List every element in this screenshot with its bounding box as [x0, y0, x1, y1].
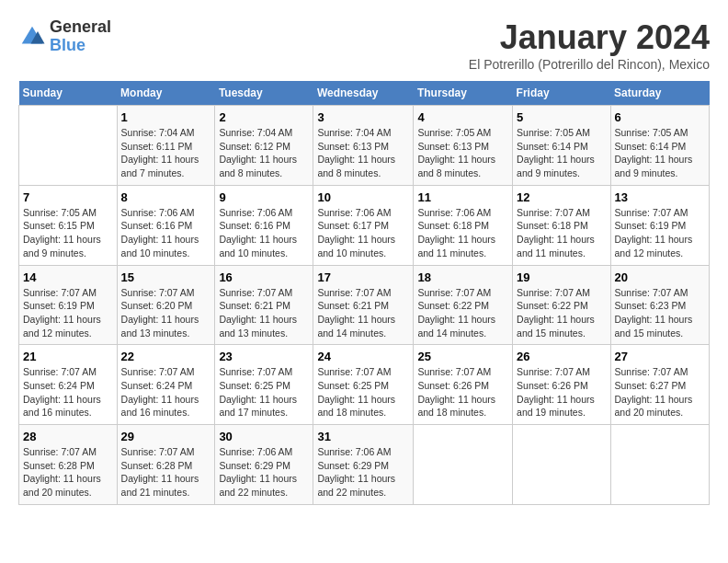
calendar-cell: 24Sunrise: 7:07 AM Sunset: 6:25 PM Dayli… [313, 345, 414, 425]
day-info: Sunrise: 7:05 AM Sunset: 6:14 PM Dayligh… [615, 126, 705, 180]
header-tuesday: Tuesday [215, 81, 313, 106]
logo-text: General Blue [50, 18, 111, 55]
day-info: Sunrise: 7:07 AM Sunset: 6:28 PM Dayligh… [121, 445, 211, 500]
day-number: 17 [317, 270, 409, 284]
day-number: 10 [317, 190, 409, 204]
calendar-cell [19, 106, 118, 186]
calendar-cell: 27Sunrise: 7:07 AM Sunset: 6:27 PM Dayli… [610, 345, 709, 425]
day-info: Sunrise: 7:04 AM Sunset: 6:11 PM Dayligh… [121, 126, 211, 180]
calendar-cell: 11Sunrise: 7:06 AM Sunset: 6:18 PM Dayli… [414, 185, 513, 265]
day-info: Sunrise: 7:06 AM Sunset: 6:29 PM Dayligh… [219, 445, 309, 500]
calendar-cell [610, 425, 709, 505]
calendar-cell: 15Sunrise: 7:07 AM Sunset: 6:20 PM Dayli… [117, 265, 215, 345]
logo: General Blue [18, 18, 111, 55]
calendar-cell [414, 425, 513, 505]
calendar-cell: 12Sunrise: 7:07 AM Sunset: 6:18 PM Dayli… [513, 185, 610, 265]
day-info: Sunrise: 7:07 AM Sunset: 6:25 PM Dayligh… [317, 365, 409, 419]
calendar-cell: 29Sunrise: 7:07 AM Sunset: 6:28 PM Dayli… [117, 425, 215, 505]
day-number: 29 [121, 430, 211, 443]
calendar-cell: 8Sunrise: 7:06 AM Sunset: 6:16 PM Daylig… [117, 185, 215, 265]
week-row-4: 21Sunrise: 7:07 AM Sunset: 6:24 PM Dayli… [19, 345, 710, 425]
day-number: 8 [121, 190, 211, 204]
title-section: January 2024 El Potrerillo (Potrerillo d… [469, 18, 710, 72]
calendar-cell: 9Sunrise: 7:06 AM Sunset: 6:16 PM Daylig… [215, 185, 313, 265]
day-number: 11 [417, 190, 508, 204]
day-number: 26 [517, 350, 606, 363]
day-info: Sunrise: 7:07 AM Sunset: 6:22 PM Dayligh… [417, 286, 508, 340]
logo-blue-text: Blue [50, 37, 111, 55]
calendar-cell: 10Sunrise: 7:06 AM Sunset: 6:17 PM Dayli… [313, 185, 414, 265]
day-info: Sunrise: 7:07 AM Sunset: 6:21 PM Dayligh… [219, 286, 309, 340]
location-subtitle: El Potrerillo (Potrerillo del Rincon), M… [469, 57, 710, 72]
day-info: Sunrise: 7:05 AM Sunset: 6:13 PM Dayligh… [417, 126, 508, 180]
header-row: SundayMondayTuesdayWednesdayThursdayFrid… [19, 81, 710, 106]
day-number: 31 [317, 430, 409, 443]
day-number: 6 [615, 110, 705, 124]
calendar-cell: 26Sunrise: 7:07 AM Sunset: 6:26 PM Dayli… [513, 345, 610, 425]
day-info: Sunrise: 7:07 AM Sunset: 6:26 PM Dayligh… [417, 365, 508, 419]
calendar-cell [513, 425, 610, 505]
day-number: 25 [417, 350, 508, 363]
header-wednesday: Wednesday [313, 81, 414, 106]
day-info: Sunrise: 7:07 AM Sunset: 6:19 PM Dayligh… [23, 286, 113, 340]
day-info: Sunrise: 7:07 AM Sunset: 6:26 PM Dayligh… [517, 365, 606, 419]
header-saturday: Saturday [610, 81, 709, 106]
header-friday: Friday [513, 81, 610, 106]
calendar-cell: 1Sunrise: 7:04 AM Sunset: 6:11 PM Daylig… [117, 106, 215, 186]
day-number: 21 [23, 350, 113, 363]
day-info: Sunrise: 7:06 AM Sunset: 6:16 PM Dayligh… [219, 206, 309, 260]
calendar-cell: 6Sunrise: 7:05 AM Sunset: 6:14 PM Daylig… [610, 106, 709, 186]
day-number: 23 [219, 350, 309, 363]
calendar-cell: 23Sunrise: 7:07 AM Sunset: 6:25 PM Dayli… [215, 345, 313, 425]
day-info: Sunrise: 7:07 AM Sunset: 6:23 PM Dayligh… [615, 286, 705, 340]
calendar-cell: 28Sunrise: 7:07 AM Sunset: 6:28 PM Dayli… [19, 425, 118, 505]
calendar-cell: 13Sunrise: 7:07 AM Sunset: 6:19 PM Dayli… [610, 185, 709, 265]
day-number: 30 [219, 430, 309, 443]
day-number: 18 [417, 270, 508, 284]
day-number: 19 [517, 270, 606, 284]
calendar-cell: 2Sunrise: 7:04 AM Sunset: 6:12 PM Daylig… [215, 106, 313, 186]
day-number: 4 [417, 110, 508, 124]
day-number: 7 [23, 190, 113, 204]
day-info: Sunrise: 7:05 AM Sunset: 6:15 PM Dayligh… [23, 206, 113, 260]
day-number: 5 [517, 110, 606, 124]
day-info: Sunrise: 7:07 AM Sunset: 6:22 PM Dayligh… [517, 286, 606, 340]
logo-general-text: General [50, 18, 111, 37]
calendar-cell: 30Sunrise: 7:06 AM Sunset: 6:29 PM Dayli… [215, 425, 313, 505]
calendar-cell: 5Sunrise: 7:05 AM Sunset: 6:14 PM Daylig… [513, 106, 610, 186]
calendar-cell: 22Sunrise: 7:07 AM Sunset: 6:24 PM Dayli… [117, 345, 215, 425]
day-number: 22 [121, 350, 211, 363]
day-info: Sunrise: 7:06 AM Sunset: 6:18 PM Dayligh… [417, 206, 508, 260]
calendar-cell: 25Sunrise: 7:07 AM Sunset: 6:26 PM Dayli… [414, 345, 513, 425]
day-number: 14 [23, 270, 113, 284]
day-number: 16 [219, 270, 309, 284]
calendar-cell: 4Sunrise: 7:05 AM Sunset: 6:13 PM Daylig… [414, 106, 513, 186]
day-number: 20 [615, 270, 705, 284]
calendar-cell: 18Sunrise: 7:07 AM Sunset: 6:22 PM Dayli… [414, 265, 513, 345]
day-info: Sunrise: 7:07 AM Sunset: 6:27 PM Dayligh… [615, 365, 705, 419]
month-title: January 2024 [469, 18, 710, 57]
calendar-cell: 31Sunrise: 7:06 AM Sunset: 6:29 PM Dayli… [313, 425, 414, 505]
calendar-header: SundayMondayTuesdayWednesdayThursdayFrid… [19, 81, 710, 106]
day-info: Sunrise: 7:04 AM Sunset: 6:12 PM Dayligh… [219, 126, 309, 180]
calendar-cell: 20Sunrise: 7:07 AM Sunset: 6:23 PM Dayli… [610, 265, 709, 345]
week-row-2: 7Sunrise: 7:05 AM Sunset: 6:15 PM Daylig… [19, 185, 710, 265]
header-monday: Monday [117, 81, 215, 106]
day-info: Sunrise: 7:07 AM Sunset: 6:19 PM Dayligh… [615, 206, 705, 260]
day-number: 28 [23, 430, 113, 443]
page-header: General Blue January 2024 El Potrerillo … [18, 18, 710, 72]
day-number: 13 [615, 190, 705, 204]
calendar-table: SundayMondayTuesdayWednesdayThursdayFrid… [18, 81, 710, 505]
day-number: 1 [121, 110, 211, 124]
day-info: Sunrise: 7:07 AM Sunset: 6:21 PM Dayligh… [317, 286, 409, 340]
day-number: 3 [317, 110, 409, 124]
calendar-cell: 19Sunrise: 7:07 AM Sunset: 6:22 PM Dayli… [513, 265, 610, 345]
day-info: Sunrise: 7:07 AM Sunset: 6:24 PM Dayligh… [121, 365, 211, 419]
header-sunday: Sunday [19, 81, 118, 106]
day-info: Sunrise: 7:06 AM Sunset: 6:17 PM Dayligh… [317, 206, 409, 260]
day-info: Sunrise: 7:07 AM Sunset: 6:24 PM Dayligh… [23, 365, 113, 419]
day-info: Sunrise: 7:05 AM Sunset: 6:14 PM Dayligh… [517, 126, 606, 180]
day-info: Sunrise: 7:06 AM Sunset: 6:16 PM Dayligh… [121, 206, 211, 260]
calendar-cell: 7Sunrise: 7:05 AM Sunset: 6:15 PM Daylig… [19, 185, 118, 265]
day-info: Sunrise: 7:06 AM Sunset: 6:29 PM Dayligh… [317, 445, 409, 500]
